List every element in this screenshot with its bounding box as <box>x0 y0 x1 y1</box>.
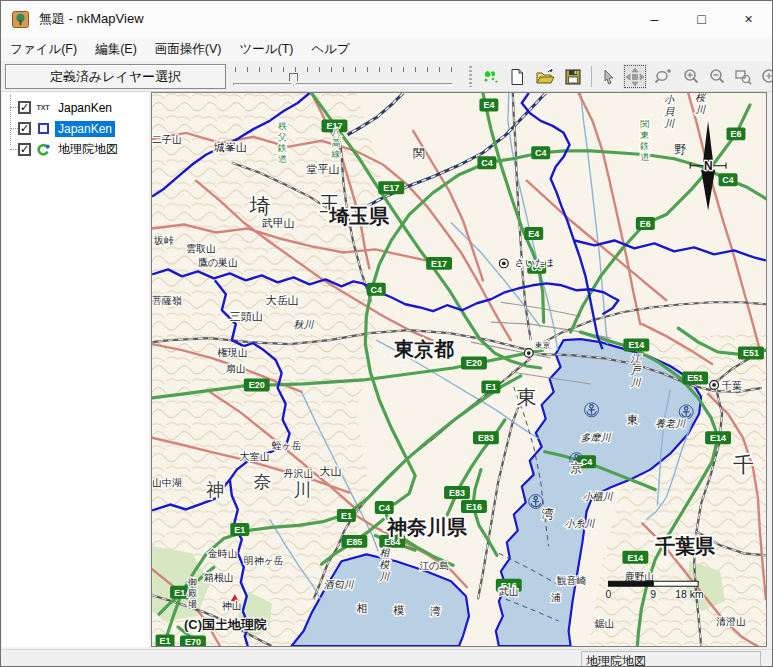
layer-row-txt-japanken[interactable]: ✓ TXT JapanKen <box>2 98 115 117</box>
map-label: 養老川 <box>655 418 686 429</box>
svg-text:E83: E83 <box>478 433 494 443</box>
slider-track[interactable] <box>233 83 453 86</box>
resize-grip[interactable] <box>760 651 771 667</box>
svg-text:E4: E4 <box>483 100 494 110</box>
save-icon[interactable] <box>561 64 585 89</box>
toolbar-separator <box>591 66 592 87</box>
map-label: 秋川 <box>294 319 315 330</box>
map-label: 千 <box>733 453 754 476</box>
svg-text:C4: C4 <box>371 285 382 295</box>
map-label: 秩父鉄道 <box>277 121 287 164</box>
map-label: 相 <box>356 602 367 614</box>
predefined-layer-select-button[interactable]: 定義済みレイヤー選択 <box>5 64 226 89</box>
zoom-area-icon[interactable] <box>651 64 675 89</box>
svg-text:E51: E51 <box>687 373 703 383</box>
map-label: 大岳山 <box>266 294 299 306</box>
close-button[interactable]: × <box>725 1 772 37</box>
menu-tools[interactable]: ツール(T) <box>230 38 302 61</box>
map-viewport[interactable]: E17E17E17E4E4C3C4C4C4C4C4C4E20E20E1E1E1E… <box>151 92 767 647</box>
map-label: 神山 <box>222 600 242 611</box>
map-label: 扇山 <box>226 363 246 374</box>
svg-text:E16: E16 <box>466 502 482 512</box>
map-label: 鹿野山 <box>624 571 654 582</box>
menu-bar: ファイル(F) 編集(E) 画面操作(V) ツール(T) ヘルプ <box>1 37 772 61</box>
map-svg[interactable]: E17E17E17E4E4C3C4C4C4C4C4C4E20E20E1E1E1E… <box>152 93 766 646</box>
layer-label-selected[interactable]: JapanKen <box>55 121 115 137</box>
layer-row-japanken[interactable]: ✓ JapanKen <box>2 119 115 138</box>
map-label: 関東鉄道 <box>639 119 649 162</box>
svg-text:C4: C4 <box>379 503 390 513</box>
green-plant-icon[interactable] <box>478 64 502 89</box>
map-label: 箱根山 <box>204 572 234 583</box>
svg-text:E51: E51 <box>743 348 759 358</box>
map-label: 湾 <box>430 605 441 617</box>
svg-text:18 km: 18 km <box>675 589 704 600</box>
svg-text:E17: E17 <box>383 183 399 193</box>
toolbar: 定義済みレイヤー選択 <box>1 61 772 92</box>
map-label: 小櫃川 <box>583 491 614 502</box>
zoom-in-icon[interactable] <box>679 64 703 89</box>
maximize-button[interactable]: □ <box>678 1 725 37</box>
map-label: 観音崎 <box>557 575 587 586</box>
layer-label[interactable]: 地理院地図 <box>55 140 121 159</box>
map-label: 酒匂川 <box>323 579 354 590</box>
map-label: 金時山 <box>207 548 238 559</box>
map-label: 山中湖 <box>152 477 182 488</box>
new-file-icon[interactable] <box>505 64 529 89</box>
layer-checkbox[interactable]: ✓ <box>18 101 31 114</box>
svg-text:9: 9 <box>650 589 656 600</box>
map-label: 埼 <box>249 194 271 217</box>
svg-text:E14: E14 <box>628 340 644 350</box>
svg-text:E85: E85 <box>346 537 362 547</box>
map-label: 川 <box>294 480 312 500</box>
menu-edit[interactable]: 編集(E) <box>86 38 146 61</box>
map-label: 奈 <box>254 472 272 492</box>
map-label: 御殿場 <box>187 577 197 609</box>
map-label: 神奈川県 <box>386 516 468 538</box>
map-label: 武甲山 <box>262 217 295 229</box>
map-label: 大室山 <box>240 451 270 462</box>
window-title: 無題 - nkMapView <box>39 10 144 28</box>
pan-move-icon[interactable] <box>623 64 647 89</box>
map-label: 雲取山 <box>186 243 216 254</box>
map-label: 蛭ヶ岳 <box>272 440 302 451</box>
txt-layer-icon: TXT <box>34 101 52 115</box>
layer-checkbox[interactable]: ✓ <box>18 143 31 156</box>
map-label: 多摩川 <box>581 432 612 443</box>
vector-layer-icon <box>34 122 52 136</box>
map-label: 八高線 <box>330 127 340 159</box>
layer-label[interactable]: JapanKen <box>55 100 115 116</box>
svg-text:E20: E20 <box>466 358 482 368</box>
svg-text:C4: C4 <box>535 148 546 158</box>
svg-text:C4: C4 <box>722 175 733 185</box>
layer-panel: ✓ TXT JapanKen ✓ JapanKen ✓ 地理院 <box>2 92 149 647</box>
svg-text:E17: E17 <box>431 259 447 269</box>
minimize-button[interactable]: – <box>631 1 678 37</box>
layer-checkbox[interactable]: ✓ <box>18 122 31 135</box>
map-label: 湾 <box>542 507 554 521</box>
menu-view[interactable]: 画面操作(V) <box>146 38 231 61</box>
menu-file[interactable]: ファイル(F) <box>1 38 86 61</box>
zoom-out-icon[interactable] <box>705 64 729 89</box>
svg-text:E1: E1 <box>485 382 496 392</box>
map-label: 京 <box>571 461 583 475</box>
svg-text:E1: E1 <box>341 511 352 521</box>
svg-text:C4: C4 <box>481 158 492 168</box>
map-label: 三頭山 <box>230 310 263 322</box>
map-label: 鋸山 <box>595 618 615 629</box>
map-label: 東 <box>626 413 638 427</box>
zoom-window-icon[interactable] <box>731 64 755 89</box>
zoom-slider[interactable] <box>233 65 457 89</box>
app-icon <box>12 11 29 28</box>
zoom-full-icon[interactable] <box>757 64 773 89</box>
open-file-icon[interactable] <box>533 64 557 89</box>
app-window: 無題 - nkMapView – □ × ファイル(F) 編集(E) 画面操作(… <box>0 0 773 667</box>
layer-row-gsi-map[interactable]: ✓ 地理院地図 <box>2 140 121 159</box>
svg-text:E4: E4 <box>528 229 539 239</box>
menu-help[interactable]: ヘルプ <box>303 38 359 61</box>
map-label: 東京都 <box>393 338 454 360</box>
svg-text:E6: E6 <box>731 129 742 139</box>
map-label: (C)国土地理院 <box>184 617 267 632</box>
select-cursor-icon[interactable] <box>597 64 621 89</box>
map-label: 鷹の巣山 <box>198 257 238 268</box>
